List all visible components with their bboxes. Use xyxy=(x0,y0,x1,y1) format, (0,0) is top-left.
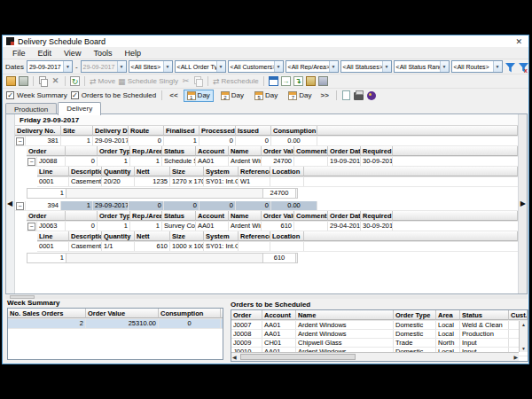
day-view-5-button[interactable]: 5 Day xyxy=(251,90,281,102)
required-date-cell[interactable]: 30-09-2017 xyxy=(361,157,393,166)
column-header[interactable]: Nett xyxy=(135,231,170,241)
order-row-J0009[interactable]: J0009 CH01 Chipwell Glass Trade North In… xyxy=(231,339,528,348)
scrollbar-thumb[interactable] xyxy=(240,354,356,360)
column-header[interactable]: Nett xyxy=(135,167,170,176)
status-cell[interactable]: Input xyxy=(460,339,509,347)
column-header[interactable]: Order Type xyxy=(98,146,130,156)
column-header[interactable]: Delivery D... xyxy=(93,126,129,136)
line-row[interactable]: 0001 Casement F... 1/1 610 1000 x 1000 S… xyxy=(37,242,518,252)
order-row-J0063[interactable]: − J0063 0 1 1 Survey Co... AA01 Ardent W… xyxy=(27,222,518,231)
column-header[interactable]: Area xyxy=(436,310,460,320)
date-from-dropdown[interactable]: 29-09-2017 ▼ xyxy=(27,60,73,73)
order-row-J0088[interactable]: − J0088 0 1 1 Schedule S... AA01 Ardent … xyxy=(27,157,518,167)
column-header[interactable]: Reference xyxy=(239,167,270,176)
column-header[interactable]: Status xyxy=(460,310,509,320)
column-header[interactable]: Cust. Re xyxy=(509,310,528,320)
export-icon[interactable] xyxy=(367,91,376,100)
finalised-cell[interactable]: 1 xyxy=(164,137,200,145)
column-header[interactable]: Order Date xyxy=(328,146,361,156)
order-type-cell[interactable]: 1 xyxy=(98,157,130,166)
order-extra-cell[interactable]: 0 xyxy=(66,222,98,231)
line-no-cell[interactable]: 0001 xyxy=(37,177,69,186)
reschedule-button[interactable]: ⇄ Reschedule xyxy=(213,77,259,86)
new-delivery-icon[interactable] xyxy=(6,76,16,86)
status-cell[interactable]: Production xyxy=(460,330,509,338)
order-cell[interactable]: J0008 xyxy=(231,330,262,338)
status-range-dropdown[interactable]: <All Status Range ▼ xyxy=(394,60,450,73)
day-view-7-button[interactable]: 7 Day xyxy=(285,90,315,102)
delivery-no-cell[interactable]: 381 xyxy=(26,137,61,145)
comment-cell[interactable] xyxy=(294,222,328,231)
consumption-cell[interactable]: 0.00 xyxy=(271,137,317,145)
name-cell[interactable]: Ardent Win... xyxy=(229,222,262,231)
column-header[interactable]: Delivery No. xyxy=(15,126,61,136)
chevron-down-icon[interactable]: ▼ xyxy=(493,61,502,72)
collapse-icon[interactable]: − xyxy=(16,137,24,145)
consumption-cell[interactable]: 0.00 xyxy=(271,201,317,210)
routes-dropdown[interactable]: <All Routes> ▼ xyxy=(451,60,503,73)
move-button[interactable]: ⇄ Move xyxy=(90,77,115,86)
cut-icon[interactable]: ✂ xyxy=(181,76,191,86)
scroll-left-icon[interactable]: ◀ xyxy=(232,354,237,360)
order-cell[interactable]: J0088 xyxy=(37,157,66,166)
order-type-cell[interactable]: Trade xyxy=(394,339,436,347)
refresh-icon[interactable]: ↻ xyxy=(70,76,80,86)
status-cell[interactable]: Weld & Clean xyxy=(460,321,509,329)
account-cell[interactable]: AA01 xyxy=(262,321,296,329)
order-cell[interactable]: J0063 xyxy=(37,222,66,231)
scroll-down-icon[interactable]: ▼ xyxy=(520,346,528,351)
column-header[interactable]: Route xyxy=(129,126,164,136)
route-cell[interactable]: 0 xyxy=(129,137,164,145)
column-header[interactable]: No. Sales Orders xyxy=(8,309,86,318)
column-header[interactable]: Comment xyxy=(294,211,328,221)
column-header[interactable]: Name xyxy=(296,310,394,320)
delivery-row-381[interactable]: − 381 1 29-09-2017 0 1 0 0 0.00 xyxy=(15,137,518,146)
column-header[interactable]: Location xyxy=(270,167,304,176)
nett-cell[interactable]: 1235 xyxy=(135,177,170,186)
delivery-date-cell[interactable]: 29-09-2017 xyxy=(93,137,129,145)
quantity-cell[interactable]: 20/20 xyxy=(102,177,135,186)
account-cell[interactable]: AA01 xyxy=(196,157,229,166)
reference-cell[interactable] xyxy=(239,242,270,251)
reference-cell[interactable]: W1 xyxy=(239,177,270,186)
site-cell[interactable]: 1 xyxy=(61,137,93,145)
account-cell[interactable]: AA01 xyxy=(262,330,296,338)
area-cell[interactable]: Local xyxy=(436,330,460,338)
system-cell[interactable]: SY01: Int.G... xyxy=(204,242,239,251)
order-extra-cell[interactable]: 0 xyxy=(66,157,98,166)
scroll-right-icon[interactable]: ▶ xyxy=(513,354,518,360)
column-header[interactable]: Location xyxy=(270,231,304,241)
column-header[interactable]: Order Date xyxy=(328,211,361,221)
column-header[interactable]: Account xyxy=(262,310,296,320)
location-cell[interactable] xyxy=(270,242,304,251)
column-header[interactable]: Required ... xyxy=(361,146,393,156)
column-header[interactable]: Order xyxy=(231,310,262,320)
delete-icon[interactable]: ✕ xyxy=(51,76,60,86)
quantity-cell[interactable]: 1/1 xyxy=(102,242,135,251)
menu-help[interactable]: Help xyxy=(118,49,147,58)
column-header[interactable]: Consumption xyxy=(159,309,221,318)
schedule-singly-button[interactable]: ▦ Schedule Singly xyxy=(118,77,178,86)
delivery-row-394[interactable]: − 394 1 29-09-2017 0 0 0 0 0.00 xyxy=(15,201,518,211)
column-header[interactable]: Quantity xyxy=(102,231,135,241)
order-type-cell[interactable]: Domestic xyxy=(394,330,436,338)
line-row[interactable]: 0001 Casement T... 20/20 1235 1270 x 170… xyxy=(37,177,518,187)
rep-area-cell[interactable]: 1 xyxy=(130,157,162,166)
print-icon[interactable] xyxy=(354,92,364,100)
column-header[interactable]: Description xyxy=(69,231,102,241)
menu-edit[interactable]: Edit xyxy=(32,49,59,58)
column-header[interactable]: Name xyxy=(229,211,262,221)
column-header[interactable] xyxy=(66,146,98,156)
order-value-cell[interactable]: 24700 xyxy=(262,157,294,166)
column-header[interactable]: System xyxy=(204,167,239,176)
scroll-left-icon[interactable]: ◀ xyxy=(7,200,12,207)
column-header[interactable]: Order Value xyxy=(262,146,294,156)
order-value-cell[interactable]: 610 xyxy=(262,222,294,231)
status-cell[interactable]: Schedule S... xyxy=(162,157,196,166)
close-icon[interactable]: ✕ xyxy=(513,37,524,46)
column-header[interactable]: Processed xyxy=(200,126,236,136)
chevron-down-icon[interactable]: ▼ xyxy=(329,61,338,72)
site-cell[interactable]: 1 xyxy=(61,201,93,210)
column-header[interactable]: Order Value xyxy=(262,211,294,221)
column-header[interactable]: Line xyxy=(37,167,69,176)
